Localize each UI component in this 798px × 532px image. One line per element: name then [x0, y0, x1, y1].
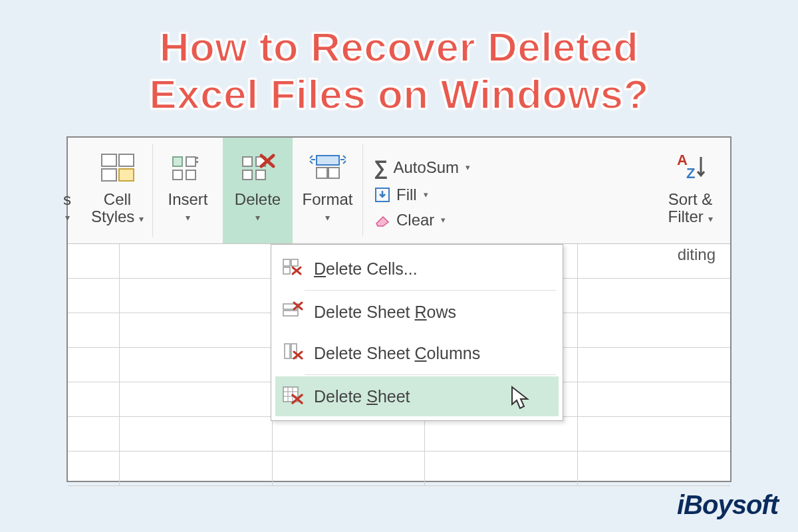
- delete-cells-icon: [239, 147, 277, 188]
- svg-rect-6: [173, 170, 182, 180]
- brand-logo: iBoysoft: [677, 490, 778, 520]
- delete-sheet-icon: [282, 386, 303, 407]
- chevron-down-icon: ▾: [325, 212, 330, 223]
- menu-delete-columns[interactable]: Delete Sheet Columns: [275, 333, 559, 373]
- chevron-down-icon: ▾: [424, 190, 428, 200]
- insert-button[interactable]: Insert ▾: [153, 138, 223, 243]
- svg-rect-2: [102, 169, 116, 181]
- editing-group: ∑ AutoSum ▾ Fill ▾: [363, 138, 650, 243]
- format-button[interactable]: Format ▾: [293, 138, 362, 243]
- svg-rect-21: [291, 259, 298, 266]
- mouse-cursor-icon: [509, 384, 532, 411]
- svg-rect-9: [196, 161, 198, 163]
- edge-cut-button[interactable]: s ▾: [56, 138, 82, 243]
- menu-delete-rows[interactable]: Delete Sheet Rows: [275, 292, 559, 332]
- svg-rect-5: [186, 157, 196, 166]
- insert-cells-icon: [169, 147, 207, 188]
- svg-rect-13: [256, 170, 265, 180]
- chevron-down-icon: ▾: [65, 212, 70, 223]
- svg-rect-25: [285, 344, 290, 358]
- svg-rect-7: [186, 170, 196, 180]
- page-title: How to Recover Deleted Excel Files on Wi…: [0, 0, 798, 125]
- svg-rect-15: [317, 168, 327, 178]
- sort-az-icon: A Z: [674, 147, 706, 188]
- sigma-icon: ∑: [374, 156, 388, 179]
- svg-rect-12: [243, 170, 252, 180]
- clear-button[interactable]: Clear ▾: [374, 211, 644, 229]
- fill-button[interactable]: Fill ▾: [374, 186, 644, 204]
- eraser-icon: [374, 213, 391, 227]
- excel-panel: s ▾ CellStyles ▾: [66, 136, 732, 482]
- menu-delete-cells[interactable]: Delete Cells...: [275, 249, 559, 289]
- svg-rect-0: [102, 154, 116, 166]
- ribbon: s ▾ CellStyles ▾: [68, 138, 730, 244]
- fill-down-icon: [374, 186, 391, 203]
- delete-cells-icon: [282, 258, 303, 279]
- format-cells-icon: [307, 147, 348, 188]
- chevron-down-icon: ▾: [186, 212, 190, 223]
- svg-rect-1: [119, 154, 134, 166]
- svg-rect-24: [283, 311, 298, 316]
- svg-text:Z: Z: [686, 165, 695, 182]
- autosum-button[interactable]: ∑ AutoSum ▾: [374, 156, 644, 179]
- delete-dropdown-menu: Delete Cells... Delete Sheet Rows: [271, 244, 563, 421]
- sort-filter-button[interactable]: A Z Sort &Filter ▾: [650, 138, 730, 243]
- svg-rect-4: [173, 157, 182, 166]
- chevron-down-icon: ▾: [255, 212, 260, 223]
- cell-styles-button[interactable]: CellStyles ▾: [82, 138, 152, 243]
- delete-columns-icon: [282, 342, 303, 364]
- delete-rows-icon: [282, 301, 303, 323]
- menu-delete-sheet[interactable]: Delete Sheet: [275, 376, 559, 416]
- svg-rect-3: [119, 169, 134, 181]
- chevron-down-icon: ▾: [466, 162, 470, 172]
- svg-rect-16: [329, 168, 339, 178]
- svg-rect-22: [283, 267, 290, 274]
- delete-button[interactable]: Delete ▾: [223, 138, 293, 243]
- svg-rect-20: [283, 259, 290, 266]
- chevron-down-icon: ▾: [441, 215, 446, 225]
- svg-rect-14: [317, 156, 339, 165]
- cell-styles-icon: [100, 147, 135, 188]
- svg-rect-8: [196, 157, 198, 159]
- chevron-down-icon: ▾: [139, 213, 144, 224]
- chevron-down-icon: ▾: [708, 213, 713, 224]
- svg-rect-10: [243, 157, 252, 166]
